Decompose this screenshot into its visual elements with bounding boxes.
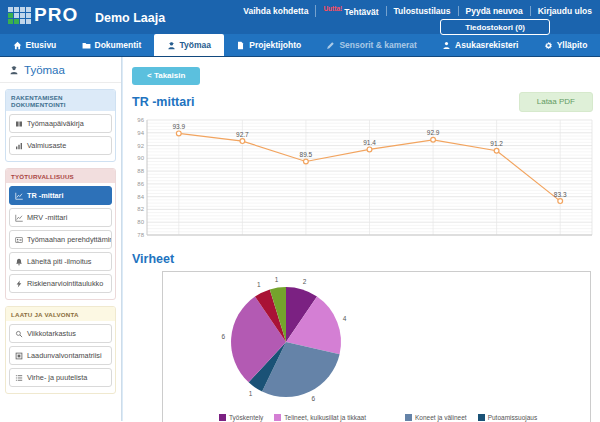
tab-projektijohto[interactable]: Projektijohto <box>224 34 314 56</box>
tab-dokumentit[interactable]: Dokumentit <box>69 34 154 56</box>
top-links: Vaihda kohdetta Uutta!Tehtävät Tulostust… <box>236 5 592 17</box>
section-laatu-ja-valvonta: LAATU JA VALVONTA Viikkotarkastus Laadun… <box>5 306 116 394</box>
svg-text:84: 84 <box>137 193 144 199</box>
svg-text:1: 1 <box>257 281 261 288</box>
tab-sensorit-kamerat[interactable]: Sensorit & kamerat <box>314 34 430 56</box>
document-icon <box>236 41 245 50</box>
top-bar: PRO Demo Laaja Vaihda kohdetta Uutta!Teh… <box>0 0 600 34</box>
svg-text:4: 4 <box>343 315 347 322</box>
svg-text:1: 1 <box>275 275 279 282</box>
legend-item: Putoamissuojaus <box>478 414 538 421</box>
link-tulostustilaus[interactable]: Tulostustilaus <box>386 6 458 16</box>
main-nav: Etusivu Dokumentit Työmaa Projektijohto … <box>0 34 600 57</box>
section-rakentamisen-dokumentointi: RAKENTAMISEN DOKUMENTOINTI Työmaapäiväki… <box>5 89 116 162</box>
sidebar-item-viikkotarkastus[interactable]: Viikkotarkastus <box>9 324 112 343</box>
logo-text: PRO <box>34 4 78 26</box>
pie-legend: Työskentely Telineet, kulkusillat ja tik… <box>163 414 590 422</box>
svg-text:86: 86 <box>137 180 144 186</box>
legend-item: Telineet, kulkusillat ja tikkaat <box>274 414 366 421</box>
tab-tyomaa[interactable]: Työmaa <box>154 34 224 56</box>
legend-item: Työskentely <box>219 414 263 421</box>
tab-etusivu[interactable]: Etusivu <box>0 34 69 56</box>
id-card-icon <box>15 236 23 244</box>
person-icon <box>442 41 451 50</box>
new-badge: Uutta! <box>323 5 342 12</box>
svg-text:94: 94 <box>137 129 144 135</box>
errors-pie-chart: 2461611 <box>163 272 591 408</box>
project-title: Demo Laaja <box>95 11 165 25</box>
errors-pie-panel: 2461611 Työskentely Telineet, kulkusilla… <box>162 271 591 422</box>
sidebar-item-virhe-ja-puutelista[interactable]: Virhe- ja puutelista <box>9 368 112 387</box>
legend-item: Koneet ja välineet <box>405 414 467 421</box>
file-basket-button[interactable]: Tiedostokori (0) <box>440 19 550 35</box>
svg-text:89.5: 89.5 <box>300 151 313 158</box>
legend-swatch <box>478 414 485 421</box>
bolt-icon <box>15 280 23 288</box>
svg-text:96: 96 <box>137 117 144 123</box>
list-icon <box>15 374 23 382</box>
svg-text:91.4: 91.4 <box>363 138 376 145</box>
main-content: < Takaisin TR -mittari Lataa PDF 7880828… <box>122 57 600 421</box>
tr-line-chart: 7880828486889092949693.992.789.591.492.9… <box>130 114 595 242</box>
tab-asukasrekisteri[interactable]: Asukasrekisteri <box>429 34 531 56</box>
svg-text:90: 90 <box>137 155 144 161</box>
svg-text:6: 6 <box>221 333 225 340</box>
line-chart-icon <box>15 214 23 222</box>
page-title: TR -mittari <box>132 95 195 109</box>
section-heading: RAKENTAMISEN DOKUMENTOINTI <box>6 90 115 111</box>
svg-text:2: 2 <box>303 277 307 284</box>
section-heading: LAATU JA VALVONTA <box>6 307 115 321</box>
link-tehtavat[interactable]: Uutta!Tehtävät <box>315 5 385 17</box>
svg-text:92.7: 92.7 <box>236 130 249 137</box>
app-window: PRO Demo Laaja Vaihda kohdetta Uutta!Teh… <box>0 0 600 422</box>
sidebar-item-lahelta-piti[interactable]: Läheltä piti -ilmoitus <box>9 252 112 271</box>
svg-text:93.9: 93.9 <box>172 122 185 129</box>
link-pyyda-neuvoa[interactable]: Pyydä neuvoa <box>458 6 530 16</box>
errors-title: Virheet <box>132 252 595 266</box>
legend-swatch <box>405 414 412 421</box>
sidebar-item-laadunvalvontamatriisi[interactable]: Laadunvalvontamatriisi <box>9 346 112 365</box>
app-logo[interactable]: PRO <box>8 4 78 26</box>
sidebar-item-mrv-mittari[interactable]: MRV -mittari <box>9 208 112 227</box>
sidebar-title: Työmaa <box>0 57 121 83</box>
legend-row: Työskentely Telineet, kulkusillat ja tik… <box>219 414 590 421</box>
svg-text:78: 78 <box>137 232 144 238</box>
svg-text:1: 1 <box>249 390 253 397</box>
magnifier-icon <box>15 330 23 338</box>
pencil-icon <box>326 41 335 50</box>
svg-text:83.3: 83.3 <box>554 190 567 197</box>
svg-text:82: 82 <box>137 206 144 212</box>
legend-swatch <box>274 414 281 421</box>
square-icon <box>15 352 23 360</box>
section-tyoturvallisuus: TYÖTURVALLISUUS TR -mittari MRV -mittari… <box>5 168 116 300</box>
sidebar-item-perehdyttaminen[interactable]: Työmaahan perehdyttäminen <box>9 230 112 249</box>
svg-text:92: 92 <box>137 142 144 148</box>
svg-text:91.2: 91.2 <box>490 140 503 147</box>
sidebar: Työmaa RAKENTAMISEN DOKUMENTOINTI Työmaa… <box>0 57 122 421</box>
sidebar-item-tyomaapaivakirja[interactable]: Työmaapäiväkirja <box>9 114 112 133</box>
svg-text:80: 80 <box>137 219 144 225</box>
svg-text:88: 88 <box>137 168 144 174</box>
tab-yllapito[interactable]: Ylläpito <box>531 34 600 56</box>
link-vaihda-kohdetta[interactable]: Vaihda kohdetta <box>236 6 315 16</box>
legend-swatch <box>219 414 226 421</box>
gear-icon <box>544 41 553 50</box>
section-heading: TYÖTURVALLISUUS <box>6 169 115 183</box>
sidebar-item-valmiusaste[interactable]: Valmiusaste <box>9 136 112 155</box>
link-kirjaudu-ulos[interactable]: Kirjaudu ulos <box>530 6 592 16</box>
sidebar-item-tr-mittari[interactable]: TR -mittari <box>9 186 112 205</box>
svg-text:92.9: 92.9 <box>427 129 440 136</box>
line-chart-icon <box>15 192 23 200</box>
svg-text:6: 6 <box>311 394 315 401</box>
home-icon <box>13 41 22 50</box>
download-pdf-button[interactable]: Lataa PDF <box>519 92 593 112</box>
worker-icon <box>9 65 19 75</box>
book-icon <box>15 120 23 128</box>
bar-chart-icon <box>15 142 23 150</box>
logo-grid-icon <box>8 7 31 24</box>
bell-icon <box>15 258 23 266</box>
folder-icon <box>82 41 91 50</box>
back-button[interactable]: < Takaisin <box>132 67 200 85</box>
sidebar-item-riskienarviointi[interactable]: Riskienarviointitaulukko <box>9 274 112 293</box>
worker-icon <box>167 41 176 50</box>
